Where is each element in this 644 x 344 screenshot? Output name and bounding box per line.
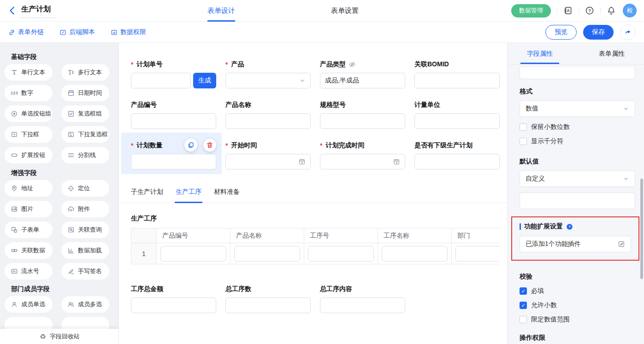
save-button[interactable]: 保存 — [583, 25, 614, 40]
subform-cell-input[interactable] — [382, 246, 448, 262]
process-total-amount-input[interactable] — [131, 297, 216, 313]
bell-icon[interactable] — [607, 6, 616, 15]
tab-form-settings[interactable]: 表单设置 — [331, 0, 359, 22]
subform-table[interactable]: 产品编号 产品名称 工序号 工序名称 部门 1 — [131, 228, 500, 264]
field-plan-quantity[interactable]: 计划数量 — [131, 141, 216, 169]
has-sub-plan-input[interactable] — [414, 154, 500, 169]
tab-sub-production-plan[interactable]: 子生产计划 — [131, 188, 163, 203]
form-external-link[interactable]: 表单外链 — [8, 28, 44, 36]
help-icon[interactable]: ? — [585, 6, 594, 15]
format-select[interactable]: 数值 — [520, 100, 635, 117]
back-icon[interactable] — [7, 6, 18, 16]
data-manage-button[interactable]: 数据管理 — [511, 4, 551, 17]
data-permission-link[interactable]: 数据权限 — [111, 28, 146, 36]
field-process-total-amount[interactable]: 工序总金额 — [131, 285, 216, 313]
field-type-button[interactable]: 流水号 — [5, 263, 53, 280]
option-allow-decimal[interactable]: 允许小数 — [520, 301, 635, 309]
page-title[interactable]: 生产计划 — [20, 3, 55, 18]
spec-model-input[interactable] — [320, 113, 405, 129]
question-icon[interactable]: ? — [566, 223, 573, 230]
field-product[interactable]: 产品 — [225, 60, 311, 88]
checkbox[interactable] — [520, 302, 527, 309]
field-bom-id[interactable]: 关联BOMID — [414, 60, 500, 88]
tab-field-properties[interactable]: 字段属性 — [524, 43, 555, 64]
checkbox[interactable] — [520, 123, 527, 131]
subform-cell-input[interactable] — [234, 246, 300, 262]
delete-field-button[interactable] — [203, 139, 216, 152]
option-decimal-places[interactable]: 保留小数位数 — [520, 123, 635, 131]
backend-script-link[interactable]: 后端脚本 — [59, 28, 95, 36]
field-type-button[interactable]: 图片 — [5, 201, 53, 217]
option-required[interactable]: 必填 — [520, 287, 635, 295]
field-type-button[interactable]: 分割线 — [61, 147, 109, 163]
field-total-process-content[interactable]: 总工序内容 — [320, 285, 405, 313]
field-type-button[interactable]: 日期时间 — [61, 85, 109, 101]
field-product-name[interactable]: 产品名称 — [225, 100, 311, 129]
tab-material-preparation[interactable]: 材料准备 — [214, 188, 240, 203]
field-unit[interactable]: 计量单位 — [414, 100, 500, 129]
field-type-button[interactable]: 成员多选 — [61, 296, 109, 313]
field-product-code[interactable]: 产品编号 — [131, 100, 216, 129]
total-process-content-input[interactable] — [320, 297, 405, 313]
field-type-button[interactable]: 单行文本 — [5, 64, 53, 81]
total-process-count-input[interactable] — [225, 297, 311, 313]
field-type-button[interactable]: 多行文本 — [61, 64, 109, 81]
contacts-icon[interactable]: A — [563, 6, 573, 15]
unit-input[interactable] — [414, 113, 500, 129]
field-has-sub-plan[interactable]: 是否有下级生产计划 — [414, 141, 500, 169]
preview-button[interactable]: 预览 — [545, 25, 577, 40]
field-type-button[interactable]: 附件 — [61, 201, 109, 217]
product-type-input[interactable]: 成品,半成品 — [320, 73, 405, 88]
bom-id-input[interactable] — [414, 73, 500, 88]
generate-button[interactable]: 生成 — [193, 73, 216, 88]
tab-form-properties[interactable]: 表单属性 — [596, 43, 627, 64]
edit-icon[interactable] — [618, 240, 625, 248]
start-time-input[interactable] — [225, 154, 311, 169]
field-type-button[interactable]: 子表单 — [5, 222, 53, 238]
subform-cell-input[interactable] — [455, 246, 500, 262]
field-type-button[interactable]: 扩展按钮 — [5, 147, 53, 163]
tab-form-design[interactable]: 表单设计 — [207, 0, 235, 22]
plugin-field[interactable]: 已添加1个功能插件 — [520, 236, 631, 252]
panel-scrollbar[interactable] — [640, 179, 643, 279]
tab-production-process[interactable]: 生产工序 — [176, 188, 201, 203]
finish-time-input[interactable] — [320, 154, 405, 169]
field-type-button[interactable]: 下拉框 — [5, 126, 53, 143]
field-name-input[interactable] — [520, 67, 635, 79]
checkbox[interactable] — [520, 287, 527, 295]
share-button[interactable] — [620, 24, 636, 40]
checkbox[interactable] — [520, 316, 527, 323]
custom-default-input[interactable] — [520, 192, 635, 209]
option-thousand-separator[interactable]: 显示千分符 — [520, 137, 635, 146]
field-product-type[interactable]: 产品类型 成品,半成品 — [320, 60, 405, 88]
field-finish-time[interactable]: 计划完成时间 — [320, 141, 405, 169]
field-type-button[interactable]: 123数字 — [5, 85, 53, 101]
product-code-input[interactable] — [131, 113, 216, 129]
product-name-input[interactable] — [225, 113, 311, 129]
product-select[interactable] — [225, 73, 311, 88]
field-type-button[interactable]: 定位 — [61, 180, 109, 197]
field-spec-model[interactable]: 规格型号 — [320, 100, 405, 129]
field-recycle-bin[interactable]: ♻ 字段回收站 — [0, 329, 119, 344]
field-type-button[interactable]: 单选按钮组 — [5, 105, 53, 122]
copy-field-button[interactable] — [184, 139, 197, 152]
plan-number-input[interactable] — [131, 73, 191, 88]
checkbox[interactable] — [520, 138, 527, 145]
field-type-button[interactable]: 复选框组 — [61, 105, 109, 122]
field-total-process-count[interactable]: 总工序数 — [225, 285, 311, 313]
field-start-time[interactable]: 开始时间 — [225, 141, 311, 169]
subform-cell-input[interactable] — [160, 246, 226, 262]
field-type-button[interactable]: 关联数据 — [5, 242, 53, 259]
field-type-button[interactable]: 手写签名 — [61, 263, 109, 280]
plan-quantity-input[interactable] — [131, 154, 216, 169]
field-type-button[interactable]: 关联查询 — [61, 222, 109, 238]
field-type-button[interactable]: 下拉复选框 — [61, 126, 109, 143]
avatar[interactable]: 检 — [623, 4, 637, 17]
subform-cell-input[interactable] — [308, 246, 374, 262]
field-type-button[interactable]: 数据加载 — [61, 242, 109, 259]
default-value-select[interactable]: 自定义 — [520, 170, 635, 187]
option-limit-range[interactable]: 限定数值范围 — [520, 315, 635, 324]
field-type-button[interactable]: 成员单选 — [5, 296, 53, 313]
field-plan-number[interactable]: 计划单号 生成 — [131, 60, 216, 88]
field-type-button[interactable]: 地址 — [5, 180, 53, 197]
